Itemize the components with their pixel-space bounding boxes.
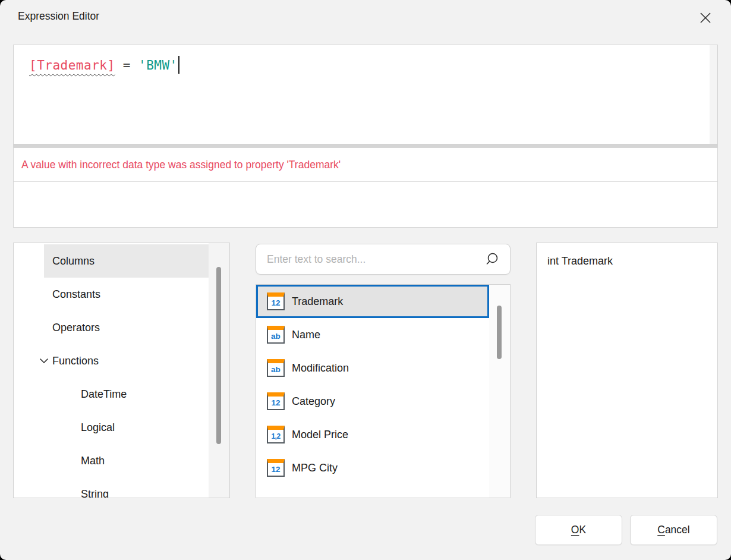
tree-item-constants[interactable]: Constants <box>14 278 229 311</box>
list-item-mpg-city[interactable]: 12 MPG City <box>256 451 489 485</box>
list-item-name[interactable]: ab Name <box>256 318 489 351</box>
list-item-modification[interactable]: ab Modification <box>256 351 489 385</box>
validation-empty-area <box>14 182 717 227</box>
cancel-button[interactable]: Cancel <box>630 515 717 545</box>
expression-scrollbar-track[interactable] <box>710 45 717 144</box>
tree-item-math[interactable]: Math <box>14 444 229 477</box>
columns-list-scrollbar-thumb[interactable] <box>497 306 502 359</box>
chevron-down-icon[interactable] <box>37 354 51 367</box>
selected-item-description: int Trademark <box>547 255 613 268</box>
tree-item-operators[interactable]: Operators <box>14 311 229 344</box>
selected-item-description-panel: int Trademark <box>536 243 718 498</box>
search-icon[interactable] <box>484 251 500 268</box>
expression-input-area[interactable]: [Trademark] = 'BMW' <box>13 45 718 144</box>
columns-list: 12 Trademark ab Name ab Modification 12 … <box>256 284 511 498</box>
tree-item-columns[interactable]: Columns <box>14 244 229 278</box>
list-item-category[interactable]: 12 Category <box>256 385 489 418</box>
close-icon <box>698 11 713 25</box>
validation-panel: A value with incorrect data type was ass… <box>13 147 718 228</box>
integer-field-icon: 12 <box>267 292 285 310</box>
expression-value-token: 'BMW' <box>138 58 178 73</box>
dialog-title: Expression Editor <box>18 10 99 23</box>
search-box <box>256 244 511 275</box>
expression-operator-token: = <box>115 58 138 73</box>
search-input[interactable] <box>256 244 510 274</box>
tree-item-logical[interactable]: Logical <box>14 411 229 444</box>
integer-field-icon: 12 <box>267 459 285 477</box>
text-cursor <box>178 56 179 74</box>
validation-message: A value with incorrect data type was ass… <box>14 148 717 182</box>
string-field-icon: ab <box>267 359 285 377</box>
tree-item-string[interactable]: String <box>14 477 229 498</box>
category-tree: Columns Constants Operators Functions Da… <box>13 243 230 498</box>
expression-text: [Trademark] = 'BMW' <box>29 58 179 74</box>
list-item-trademark[interactable]: 12 Trademark <box>256 285 489 318</box>
tree-item-functions[interactable]: Functions <box>14 344 229 377</box>
tree-item-datetime[interactable]: DateTime <box>14 377 229 411</box>
decimal-field-icon: 1,2 <box>267 426 285 443</box>
expression-editor-dialog: Expression Editor [Trademark] = 'BMW' A … <box>0 0 731 560</box>
ok-button[interactable]: OK <box>535 515 622 545</box>
string-field-icon: ab <box>267 326 285 344</box>
close-button[interactable] <box>695 8 716 28</box>
list-item-model-price[interactable]: 1,2 Model Price <box>256 418 489 451</box>
integer-field-icon: 12 <box>267 392 285 410</box>
expression-column-token: [Trademark] <box>29 58 115 73</box>
